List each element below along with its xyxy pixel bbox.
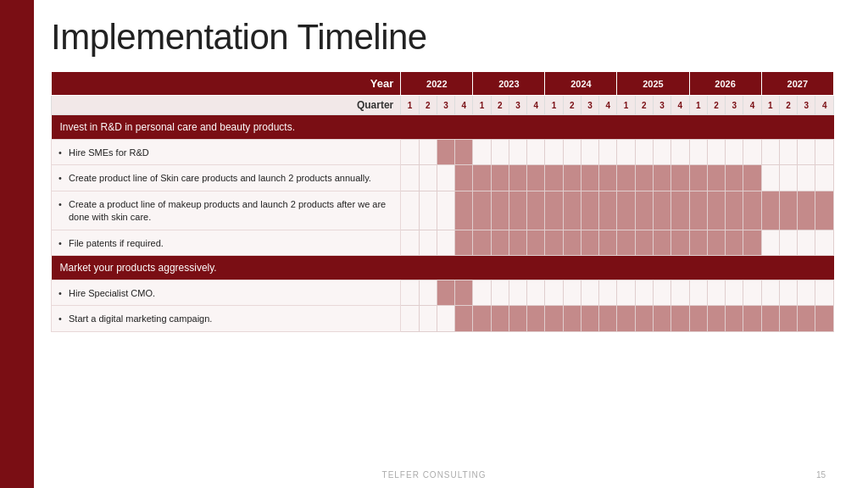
task-row-0-0: Hire SMEs for R&D — [52, 140, 834, 165]
cell-0-3-q13 — [635, 230, 653, 255]
cell-1-0-q18 — [726, 280, 743, 305]
cell-0-1-q21 — [779, 165, 797, 191]
year-label: Year — [52, 72, 401, 96]
left-accent-bar — [0, 0, 34, 488]
task-label-0-0: Hire SMEs for R&D — [52, 140, 401, 165]
cell-0-0-q10 — [581, 140, 598, 165]
cell-1-1-q8 — [545, 306, 563, 331]
cell-1-1-q13 — [635, 306, 653, 331]
cell-1-0-q9 — [563, 280, 581, 305]
cell-1-0-q12 — [617, 280, 635, 305]
cell-1-0-q2 — [437, 280, 454, 305]
cell-0-1-q0 — [401, 165, 419, 191]
cell-0-3-q18 — [726, 230, 743, 255]
q4-2027: 4 — [815, 96, 834, 115]
section-row-1: Market your products aggressively. — [52, 255, 834, 280]
cell-0-2-q4 — [473, 191, 491, 230]
task-label-0-3: File patents if required. — [52, 230, 401, 255]
cell-1-0-q22 — [798, 280, 815, 305]
cell-1-1-q12 — [617, 306, 635, 331]
task-label-1-0: Hire Specialist CMO. — [52, 280, 401, 305]
page-title: Implementation Timeline — [51, 17, 834, 58]
q1-2025: 1 — [617, 96, 635, 115]
q3-2026: 3 — [726, 96, 743, 115]
cell-0-0-q21 — [779, 140, 797, 165]
cell-0-3-q19 — [743, 230, 761, 255]
cell-0-2-q0 — [401, 191, 419, 230]
cell-0-1-q19 — [743, 165, 761, 191]
task-label-0-2: Create a product line of makeup products… — [52, 191, 401, 230]
cell-1-1-q15 — [671, 306, 689, 331]
task-row-1-1: Start a digital marketing campaign. — [52, 306, 834, 331]
q2-2022: 2 — [419, 96, 437, 115]
cell-0-0-q8 — [545, 140, 563, 165]
cell-0-3-q8 — [545, 230, 563, 255]
cell-1-1-q16 — [689, 306, 707, 331]
cell-0-3-q3 — [455, 230, 473, 255]
cell-0-1-q10 — [581, 165, 598, 191]
cell-0-0-q4 — [473, 140, 491, 165]
q4-2025: 4 — [671, 96, 689, 115]
cell-1-0-q4 — [473, 280, 491, 305]
cell-0-1-q9 — [563, 165, 581, 191]
q2-2026: 2 — [707, 96, 725, 115]
cell-0-1-q4 — [473, 165, 491, 191]
cell-0-0-q9 — [563, 140, 581, 165]
cell-0-2-q5 — [491, 191, 509, 230]
cell-0-0-q5 — [491, 140, 509, 165]
cell-0-2-q18 — [726, 191, 743, 230]
cell-0-0-q15 — [671, 140, 689, 165]
cell-0-0-q7 — [527, 140, 545, 165]
cell-1-1-q11 — [599, 306, 617, 331]
cell-0-1-q23 — [815, 165, 834, 191]
year-2023: 2023 — [473, 72, 545, 96]
cell-0-1-q15 — [671, 165, 689, 191]
cell-0-3-q21 — [779, 230, 797, 255]
q2-2027: 2 — [779, 96, 797, 115]
cell-1-0-q23 — [815, 280, 834, 305]
cell-0-0-q2 — [437, 140, 454, 165]
cell-0-2-q15 — [671, 191, 689, 230]
cell-0-0-q19 — [743, 140, 761, 165]
cell-0-0-q14 — [654, 140, 671, 165]
cell-0-0-q11 — [599, 140, 617, 165]
section-row-0: Invest in R&D in personal care and beaut… — [52, 115, 834, 140]
q3-2025: 3 — [654, 96, 671, 115]
cell-1-0-q19 — [743, 280, 761, 305]
cell-1-1-q0 — [401, 306, 419, 331]
cell-0-2-q14 — [654, 191, 671, 230]
cell-0-0-q22 — [798, 140, 815, 165]
cell-0-0-q0 — [401, 140, 419, 165]
year-2026: 2026 — [689, 72, 761, 96]
cell-0-2-q16 — [689, 191, 707, 230]
q3-2022: 3 — [437, 96, 454, 115]
cell-0-3-q11 — [599, 230, 617, 255]
q1-2023: 1 — [473, 96, 491, 115]
cell-1-1-q1 — [419, 306, 437, 331]
cell-1-0-q3 — [455, 280, 473, 305]
cell-1-1-q6 — [509, 306, 526, 331]
cell-1-1-q21 — [779, 306, 797, 331]
cell-0-1-q14 — [654, 165, 671, 191]
cell-1-1-q22 — [798, 306, 815, 331]
cell-0-2-q10 — [581, 191, 598, 230]
cell-0-3-q12 — [617, 230, 635, 255]
cell-0-1-q12 — [617, 165, 635, 191]
task-row-0-3: File patents if required. — [52, 230, 834, 255]
quarter-label: Quarter — [52, 96, 401, 115]
cell-0-3-q22 — [798, 230, 815, 255]
cell-1-1-q20 — [761, 306, 779, 331]
cell-0-3-q2 — [437, 230, 454, 255]
q3-2023: 3 — [509, 96, 526, 115]
cell-0-0-q17 — [707, 140, 725, 165]
cell-0-2-q23 — [815, 191, 834, 230]
year-2024: 2024 — [545, 72, 617, 96]
cell-0-3-q5 — [491, 230, 509, 255]
year-2027: 2027 — [761, 72, 833, 96]
cell-0-2-q13 — [635, 191, 653, 230]
cell-0-0-q13 — [635, 140, 653, 165]
cell-0-2-q3 — [455, 191, 473, 230]
year-header-row: Year 2022 2023 2024 2025 2026 2027 — [52, 72, 834, 96]
cell-0-1-q13 — [635, 165, 653, 191]
cell-1-0-q15 — [671, 280, 689, 305]
